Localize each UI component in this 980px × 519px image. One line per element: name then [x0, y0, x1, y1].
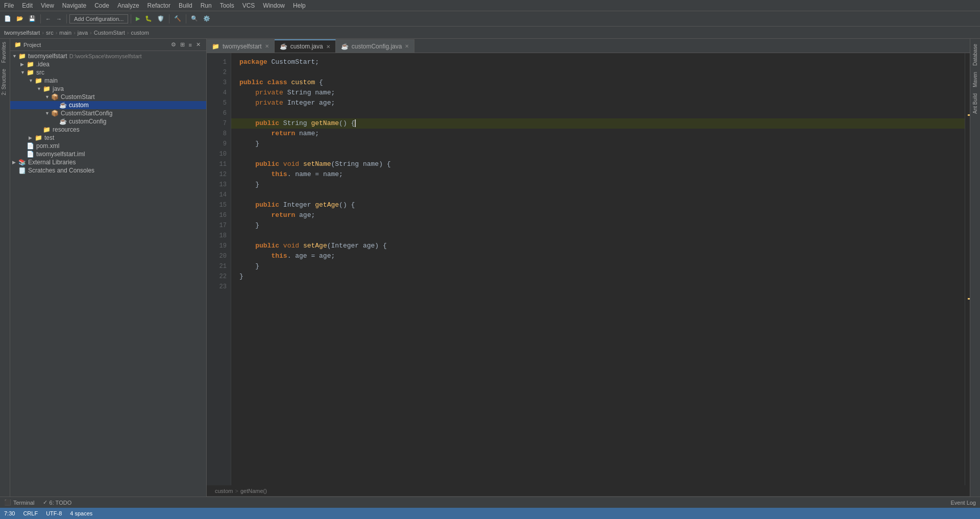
tree-item-iml[interactable]: 📄 twomyselfstart.iml [10, 150, 206, 158]
search-button[interactable]: 🔍 [189, 14, 200, 23]
back-button[interactable]: ← [43, 15, 53, 23]
tree-item-scratches[interactable]: 🗒️ Scratches and Consoles [10, 166, 206, 175]
right-tab-database[interactable]: Database [971, 41, 979, 69]
new-file-button[interactable]: 📄 [2, 14, 13, 23]
nav-main[interactable]: main [59, 30, 71, 36]
right-tab-ant-build[interactable]: Ant Build [971, 90, 979, 117]
gutter-mark-2 [968, 298, 970, 300]
forward-button[interactable]: → [54, 15, 64, 23]
menu-view[interactable]: View [37, 1, 58, 10]
code-line-15: public Integer getAge() { [239, 200, 957, 210]
crlf-label: CRLF [23, 510, 38, 516]
bottom-bar: ⬛ Terminal ✓ 6: TODO Event Log [0, 497, 980, 508]
tree-item-twomyselfstart[interactable]: ▼ 📁 twomyselfstart D:\workSpace\twomysel… [10, 52, 206, 60]
sidebar-close-button[interactable]: ✕ [194, 41, 202, 48]
folder-icon: 📁 [18, 53, 27, 60]
run-button[interactable]: ▶ [134, 14, 142, 23]
sidebar-layout-button[interactable]: ⊞ [179, 41, 186, 48]
tree-item-custom[interactable]: ☕ custom [10, 101, 206, 109]
nav-file[interactable]: custom [131, 30, 149, 36]
menu-edit[interactable]: Edit [18, 1, 37, 10]
folder-icon: 📁 [27, 61, 35, 68]
tree-item-customconfig[interactable]: ☕ customConfig [10, 117, 206, 126]
right-tab-maven[interactable]: Maven [971, 69, 979, 90]
package-icon: 📦 [51, 93, 59, 101]
tab-twomyselfstart[interactable]: 📁 twomyselfstart ✕ [207, 39, 275, 53]
code-text[interactable]: package CustomStart; public class custom… [231, 53, 965, 485]
nav-package[interactable]: CustomStart [94, 30, 125, 36]
menu-bar: File Edit View Navigate Code Analyze Ref… [0, 0, 980, 11]
toolbar-sep-2 [66, 14, 67, 23]
tree-item-external-libraries[interactable]: ▶ 📚 External Libraries [10, 158, 206, 166]
event-log-tab[interactable]: Event Log [950, 500, 976, 506]
menu-code[interactable]: Code [90, 1, 113, 10]
menu-run[interactable]: Run [197, 1, 216, 10]
tab-close-button[interactable]: ✕ [326, 44, 330, 50]
terminal-label: Terminal [13, 500, 35, 506]
add-configuration-button[interactable]: Add Configuration... [69, 14, 128, 23]
code-line-19: public void setAge(Integer age) { [239, 241, 957, 251]
encoding-label: UTF-8 [46, 510, 62, 516]
tab-custom-java[interactable]: ☕ custom.java ✕ [275, 39, 336, 53]
tree-item-idea[interactable]: ▶ 📁 .idea [10, 60, 206, 68]
tree-item-customstartconfig[interactable]: ▼ 📦 CustomStartConfig [10, 109, 206, 117]
bread-custom[interactable]: custom [215, 488, 233, 494]
nav-java[interactable]: java [78, 30, 88, 36]
nav-src[interactable]: src [46, 30, 54, 36]
code-line-16: return age; [239, 210, 957, 220]
menu-navigate[interactable]: Navigate [58, 1, 90, 10]
menu-refactor[interactable]: Refactor [143, 1, 175, 10]
status-crlf[interactable]: CRLF [23, 510, 38, 516]
status-encoding[interactable]: UTF-8 [46, 510, 62, 516]
java-tab-icon: ☕ [280, 43, 287, 50]
scratch-icon: 🗒️ [18, 167, 27, 174]
menu-analyze[interactable]: Analyze [113, 1, 143, 10]
terminal-tab[interactable]: ⬛ Terminal [4, 499, 35, 506]
sidebar-tree: ▼ 📁 twomyselfstart D:\workSpace\twomysel… [10, 51, 206, 497]
code-editor[interactable]: 12345 678910 1112131415 1617181920 21222… [207, 53, 970, 485]
tab-close-button[interactable]: ✕ [405, 43, 409, 49]
code-line-5: private Integer age; [239, 98, 957, 108]
code-line-10 [239, 149, 957, 159]
tree-item-test[interactable]: ▶ 📁 test [10, 134, 206, 142]
debug-button[interactable]: 🐛 [143, 14, 154, 23]
code-line-23 [239, 282, 957, 292]
settings-button[interactable]: ⚙️ [201, 14, 212, 23]
build-button[interactable]: 🔨 [172, 14, 183, 23]
menu-help[interactable]: Help [289, 1, 310, 10]
sidebar-settings-button[interactable]: ≡ [187, 41, 193, 48]
code-line-13: } [239, 180, 957, 190]
nav-project[interactable]: twomyselfstart [4, 30, 40, 36]
right-side-tabs: Database Maven Ant Build [970, 39, 980, 497]
tab-customconfig-java[interactable]: ☕ customConfig.java ✕ [336, 39, 415, 53]
tree-item-src[interactable]: ▼ 📁 src [10, 68, 206, 77]
open-button[interactable]: 📂 [14, 14, 26, 23]
bread-getname[interactable]: getName() [240, 488, 267, 494]
tree-item-main[interactable]: ▼ 📁 main [10, 77, 206, 85]
sidebar-gear-button[interactable]: ⚙ [169, 41, 178, 48]
menu-vcs[interactable]: VCS [238, 1, 259, 10]
save-button[interactable]: 💾 [27, 14, 38, 23]
line-col-label: 7:30 [4, 510, 15, 516]
menu-build[interactable]: Build [175, 1, 197, 10]
run-with-coverage-button[interactable]: 🛡️ [155, 14, 166, 23]
tab-close-button[interactable]: ✕ [265, 43, 269, 49]
code-line-14 [239, 190, 957, 200]
code-line-9: } [239, 139, 957, 149]
tree-item-customstart[interactable]: ▼ 📦 CustomStart [10, 93, 206, 101]
status-indent[interactable]: 4 spaces [70, 510, 92, 516]
tree-item-pom[interactable]: 📄 pom.xml [10, 142, 206, 150]
left-tab-favorites[interactable]: Favorites [0, 39, 10, 66]
tree-label: CustomStart [61, 93, 95, 101]
menu-tools[interactable]: Tools [216, 1, 238, 10]
todo-tab[interactable]: ✓ 6: TODO [43, 499, 72, 506]
tree-item-resources[interactable]: 📁 resources [10, 126, 206, 134]
tab-icon: 📁 [212, 43, 219, 50]
tree-label: twomyselfstart [28, 53, 67, 60]
menu-file[interactable]: File [0, 1, 18, 10]
sidebar-header: 📁 Project ⚙ ⊞ ≡ ✕ [10, 39, 206, 51]
tree-item-java[interactable]: ▼ 📁 java [10, 85, 206, 93]
left-tab-structure[interactable]: 2: Structure [0, 66, 10, 98]
menu-window[interactable]: Window [259, 1, 289, 10]
toolbar-sep-5 [186, 14, 186, 23]
